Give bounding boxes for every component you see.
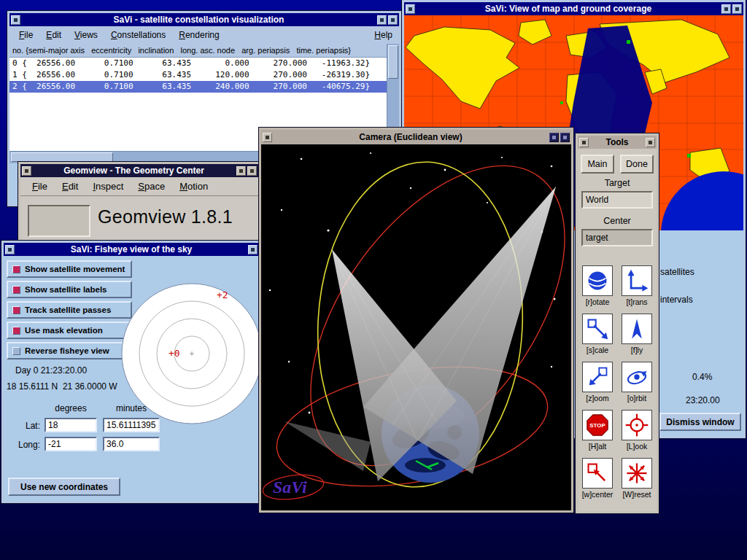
iconify-button[interactable] <box>549 133 559 142</box>
halt-button[interactable]: STOP <box>582 410 613 440</box>
look-button[interactable] <box>622 410 652 440</box>
tool-label: [s]cale <box>579 346 616 354</box>
tool-label: [r]otate <box>579 298 616 306</box>
maximize-button[interactable] <box>732 4 742 14</box>
lat-degrees-field[interactable] <box>44 418 97 432</box>
zoom-button[interactable] <box>582 362 613 392</box>
done-button[interactable]: Done <box>620 155 654 174</box>
crosshair-icon <box>624 413 649 438</box>
fisheye-titlebar[interactable]: SaVi: Fisheye view of the sky <box>4 243 259 256</box>
menu-help[interactable]: Help <box>368 28 399 42</box>
long-label: Long: <box>5 440 40 450</box>
reset-button[interactable] <box>622 458 652 489</box>
translate-icon <box>624 268 649 293</box>
center-field[interactable] <box>581 229 653 246</box>
long-minutes-field[interactable] <box>103 437 160 451</box>
menu-views[interactable]: Views <box>68 28 104 42</box>
lat-minutes-field[interactable] <box>103 418 160 432</box>
menu-inspect[interactable]: Inspect <box>85 178 131 195</box>
center-button[interactable] <box>582 458 613 489</box>
maximize-button[interactable] <box>247 166 257 176</box>
target-field[interactable] <box>581 191 653 209</box>
main-menubar: File Edit Views Constellations Rendering… <box>9 26 399 44</box>
window-menu-button[interactable] <box>406 4 415 14</box>
tool-scale: [s]cale <box>579 314 616 354</box>
menu-motion[interactable]: Motion <box>172 178 215 195</box>
tool-label: [H]alt <box>579 442 616 451</box>
day-time-label: Day 0 21:23:20.00 <box>15 365 87 376</box>
savi-logo: SaVi <box>273 478 307 497</box>
iconify-button[interactable] <box>646 138 655 147</box>
reset-starburst-icon <box>624 461 649 486</box>
main-button[interactable]: Main <box>581 155 614 174</box>
fly-icon <box>624 316 649 341</box>
satellite-marker-2: +2 <box>217 289 228 300</box>
iconify-button[interactable] <box>721 4 731 14</box>
iconify-button[interactable] <box>248 245 258 254</box>
center-label: Center <box>578 216 657 226</box>
position-label: 18 15.6111 N 21 36.0000 W <box>7 381 117 392</box>
window-menu-button[interactable] <box>263 133 272 142</box>
menu-edit[interactable]: Edit <box>39 28 68 42</box>
checkbox-track-satellite-passes[interactable]: Track satellite passes <box>7 301 132 319</box>
tool-label: [f]ly <box>619 346 655 354</box>
close-button[interactable] <box>560 133 570 142</box>
checkbox-indicator <box>12 286 20 294</box>
orbit-icon <box>624 365 649 389</box>
long-degrees-field[interactable] <box>44 437 97 451</box>
geomview-titlebar[interactable]: Geomview - The Geometry Center <box>20 164 258 177</box>
fly-button[interactable] <box>622 314 652 344</box>
map-window-titlebar[interactable]: SaVi: View of map and ground coverage <box>404 2 743 15</box>
scrollbar-thumb[interactable] <box>388 45 398 79</box>
tool-zoom: [z]oom <box>579 362 616 402</box>
tools-window: Tools Main Done Target Center [r]otate <box>576 133 659 513</box>
checkbox-reverse-fisheye-view[interactable]: Reverse fisheye view <box>7 342 132 359</box>
scale-button[interactable] <box>582 314 613 344</box>
tools-titlebar[interactable]: Tools <box>578 136 657 149</box>
camera-titlebar[interactable]: Camera (Euclidean view) <box>261 130 571 144</box>
degrees-header: degrees <box>44 403 97 413</box>
checkbox-show-satellite-movement[interactable]: Show satellite movement <box>7 260 132 278</box>
iconify-button[interactable] <box>236 166 246 176</box>
rotate-button[interactable] <box>582 265 613 296</box>
satellite-row[interactable]: 1 { 26556.00 0.7100 63.435 120.000 270.0… <box>9 69 399 81</box>
window-menu-button[interactable] <box>5 245 15 254</box>
main-window-title: SaVi - satellite constellation visualiza… <box>22 15 376 25</box>
camera-3d-view[interactable]: SaVi <box>261 144 571 510</box>
iconify-button[interactable] <box>377 15 387 25</box>
window-menu-button[interactable] <box>11 15 20 25</box>
checkbox-label: Track satellite passes <box>25 306 111 314</box>
scale-icon <box>585 316 610 341</box>
tool-label: [W]reset <box>619 490 655 499</box>
tool-halt: STOP [H]alt <box>579 410 616 451</box>
tool-label: [o]rbit <box>619 394 655 402</box>
menu-space[interactable]: Space <box>131 178 172 195</box>
menu-file[interactable]: File <box>25 178 55 195</box>
checkbox-indicator <box>12 265 20 273</box>
orbit-button[interactable] <box>622 362 652 392</box>
menu-file[interactable]: File <box>12 28 39 42</box>
checkbox-use-mask-elevation[interactable]: Use mask elevation <box>7 322 132 339</box>
zoom-icon <box>585 365 610 389</box>
rotate-icon <box>585 268 610 293</box>
window-menu-button[interactable] <box>22 166 31 176</box>
main-window-titlebar[interactable]: SaVi - satellite constellation visualiza… <box>9 13 399 26</box>
menu-constellations[interactable]: Constellations <box>104 28 172 42</box>
satellite-row[interactable]: 2 { 26556.00 0.7100 63.435 240.000 270.0… <box>9 81 399 93</box>
satellite-table-header: no. {semi-major axis eccentricity inclin… <box>9 44 399 58</box>
menu-rendering[interactable]: Rendering <box>172 28 225 42</box>
tool-label: [w]center <box>579 490 616 499</box>
dismiss-window-button[interactable]: Dismiss window <box>659 413 741 431</box>
translate-button[interactable] <box>622 265 652 296</box>
scrollbar-thumb[interactable] <box>11 152 113 162</box>
use-new-coordinates-button[interactable]: Use new coordinates <box>8 478 120 496</box>
checkbox-label: Reverse fisheye view <box>25 346 109 355</box>
maximize-button[interactable] <box>388 15 398 25</box>
satellite-row[interactable]: 0 { 26556.00 0.7100 63.435 0.000 270.000… <box>9 58 399 69</box>
checkbox-show-satellite-labels[interactable]: Show satellite labels <box>7 281 132 298</box>
time-value: 23:20.00 <box>686 395 720 405</box>
menu-edit[interactable]: Edit <box>55 178 85 195</box>
map-window-title: SaVi: View of map and ground coverage <box>417 4 720 14</box>
window-menu-button[interactable] <box>579 138 589 147</box>
fisheye-window: SaVi: Fisheye view of the sky Show satel… <box>1 241 261 503</box>
